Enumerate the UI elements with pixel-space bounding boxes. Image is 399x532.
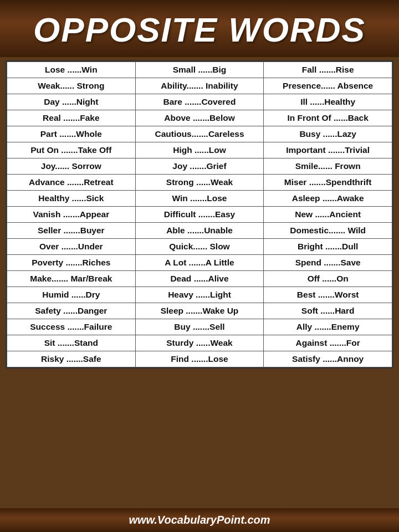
table-cell: Part .......Whole bbox=[7, 126, 136, 142]
table-row: Joy...... SorrowJoy .......GriefSmile...… bbox=[7, 158, 392, 175]
table-row: Success .......FailureBuy .......SellAll… bbox=[7, 319, 392, 335]
table-cell: Make....... Mar/Break bbox=[7, 271, 136, 287]
table-cell: Soft ......Hard bbox=[264, 303, 392, 319]
table-cell: Over .......Under bbox=[7, 239, 136, 255]
table-cell: Bright .......Dull bbox=[264, 239, 392, 255]
table-cell: Lose ......Win bbox=[7, 62, 136, 78]
table-cell: Best .......Worst bbox=[264, 287, 392, 303]
table-cell: Ability....... Inability bbox=[135, 78, 264, 94]
table-row: Humid ......DryHeavy ......LightBest ...… bbox=[7, 287, 392, 303]
table-cell: Put On .......Take Off bbox=[7, 142, 136, 158]
table-cell: Satisfy ......Annoy bbox=[264, 351, 392, 367]
table-cell: Buy .......Sell bbox=[135, 319, 264, 335]
table-cell: Against .......For bbox=[264, 335, 392, 351]
table-cell: Busy ......Lazy bbox=[264, 126, 392, 142]
table-row: Healthy ......SickWin .......LoseAsleep … bbox=[7, 191, 392, 207]
website-url: www.VocabularyPoint.com bbox=[129, 514, 270, 526]
table-cell: Poverty .......Riches bbox=[7, 255, 136, 271]
page-footer: www.VocabularyPoint.com bbox=[0, 508, 399, 532]
table-cell: In Front Of ......Back bbox=[264, 110, 392, 126]
table-cell: Above .......Below bbox=[135, 110, 264, 126]
table-cell: Bare .......Covered bbox=[135, 94, 264, 110]
table-cell: Spend .......Save bbox=[264, 255, 392, 271]
table-cell: Important .......Trivial bbox=[264, 142, 392, 158]
table-cell: Sit .......Stand bbox=[7, 335, 136, 351]
table-cell: Ill ......Healthy bbox=[264, 94, 392, 110]
table-row: Sit .......StandSturdy ......WeakAgainst… bbox=[7, 335, 392, 351]
table-row: Over .......UnderQuick...... SlowBright … bbox=[7, 239, 392, 255]
table-cell: Real .......Fake bbox=[7, 110, 136, 126]
table-row: Lose ......WinSmall ......BigFall ......… bbox=[7, 62, 392, 78]
table-row: Part .......WholeCautious.......Careless… bbox=[7, 126, 392, 142]
table-cell: High ......Low bbox=[135, 142, 264, 158]
page-header: OPPOSITE WORDS bbox=[0, 0, 399, 57]
table-cell: New ......Ancient bbox=[264, 207, 392, 223]
table-row: Make....... Mar/BreakDead ......AliveOff… bbox=[7, 271, 392, 287]
table-row: Advance .......RetreatStrong ......WeakM… bbox=[7, 175, 392, 191]
page-title: OPPOSITE WORDS bbox=[6, 10, 393, 49]
table-cell: Strong ......Weak bbox=[135, 175, 264, 191]
opposite-words-table: Lose ......WinSmall ......BigFall ......… bbox=[7, 62, 392, 367]
table-row: Real .......FakeAbove .......BelowIn Fro… bbox=[7, 110, 392, 126]
table-row: Put On .......Take OffHigh ......LowImpo… bbox=[7, 142, 392, 158]
table-cell: Dead ......Alive bbox=[135, 271, 264, 287]
table-cell: Miser .......Spendthrift bbox=[264, 175, 392, 191]
table-cell: Healthy ......Sick bbox=[7, 191, 136, 207]
table-cell: Small ......Big bbox=[135, 62, 264, 78]
table-cell: Fall .......Rise bbox=[264, 62, 392, 78]
table-cell: A Lot .......A Little bbox=[135, 255, 264, 271]
table-cell: Humid ......Dry bbox=[7, 287, 136, 303]
table-cell: Vanish .......Appear bbox=[7, 207, 136, 223]
table-cell: Heavy ......Light bbox=[135, 287, 264, 303]
table-cell: Joy .......Grief bbox=[135, 158, 264, 175]
table-row: Poverty .......RichesA Lot .......A Litt… bbox=[7, 255, 392, 271]
table-cell: Sleep .......Wake Up bbox=[135, 303, 264, 319]
word-table-container: Lose ......WinSmall ......BigFall ......… bbox=[6, 60, 393, 369]
table-cell: Difficult .......Easy bbox=[135, 207, 264, 223]
table-cell: Cautious.......Careless bbox=[135, 126, 264, 142]
table-row: Day ......NightBare .......CoveredIll ..… bbox=[7, 94, 392, 110]
table-cell: Risky .......Safe bbox=[7, 351, 136, 367]
table-cell: Win .......Lose bbox=[135, 191, 264, 207]
table-cell: Quick...... Slow bbox=[135, 239, 264, 255]
table-cell: Asleep ......Awake bbox=[264, 191, 392, 207]
table-cell: Smile...... Frown bbox=[264, 158, 392, 175]
table-cell: Presence...... Absence bbox=[264, 78, 392, 94]
table-cell: Safety ......Danger bbox=[7, 303, 136, 319]
table-cell: Domestic....... Wild bbox=[264, 223, 392, 239]
table-cell: Find .......Lose bbox=[135, 351, 264, 367]
table-cell: Weak...... Strong bbox=[7, 78, 136, 94]
table-cell: Off ......On bbox=[264, 271, 392, 287]
table-row: Seller .......BuyerAble .......UnableDom… bbox=[7, 223, 392, 239]
table-row: Vanish .......AppearDifficult .......Eas… bbox=[7, 207, 392, 223]
table-cell: Ally .......Enemy bbox=[264, 319, 392, 335]
table-cell: Sturdy ......Weak bbox=[135, 335, 264, 351]
table-cell: Seller .......Buyer bbox=[7, 223, 136, 239]
table-cell: Joy...... Sorrow bbox=[7, 158, 136, 175]
table-cell: Advance .......Retreat bbox=[7, 175, 136, 191]
table-cell: Success .......Failure bbox=[7, 319, 136, 335]
table-row: Weak...... StrongAbility....... Inabilit… bbox=[7, 78, 392, 94]
table-cell: Able .......Unable bbox=[135, 223, 264, 239]
table-row: Risky .......SafeFind .......LoseSatisfy… bbox=[7, 351, 392, 367]
table-cell: Day ......Night bbox=[7, 94, 136, 110]
table-row: Safety ......DangerSleep .......Wake UpS… bbox=[7, 303, 392, 319]
